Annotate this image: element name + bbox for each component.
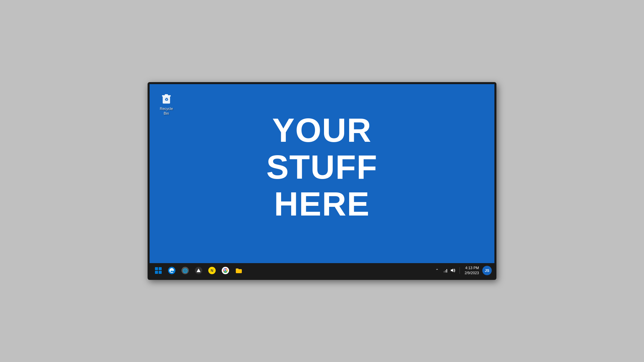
edge-icon: [168, 267, 175, 274]
svg-text:N: N: [211, 268, 213, 273]
svg-rect-18: [446, 269, 447, 273]
svg-rect-2: [165, 94, 168, 96]
screen: YOUR STUFF HERE ♻ Recycle Bin: [150, 84, 494, 278]
notification-badge: JS: [485, 268, 489, 273]
clock-area[interactable]: 4:13 PM 2/9/2023: [463, 265, 480, 276]
taskbar-norton-icon[interactable]: N: [206, 264, 218, 277]
wallpaper-line-3: HERE: [266, 185, 378, 222]
recycle-bin-label: Recycle Bin: [157, 106, 176, 116]
taskbar-edge-icon[interactable]: [166, 264, 178, 277]
svg-marker-19: [451, 268, 453, 272]
taskbar-uparrow-icon[interactable]: [193, 264, 205, 277]
wallpaper-line-1: YOUR: [266, 112, 378, 148]
svg-rect-15: [236, 268, 238, 270]
wallpaper-text: YOUR STUFF HERE: [266, 112, 378, 222]
tray-separator: [460, 267, 460, 274]
volume-icon: [450, 268, 455, 273]
monitor: YOUR STUFF HERE ♻ Recycle Bin: [148, 82, 496, 280]
taskbar-chrome-icon[interactable]: [219, 264, 231, 277]
clock-date: 2/9/2023: [465, 270, 479, 276]
svg-text:🌐: 🌐: [182, 268, 188, 274]
tray-icons: [442, 267, 456, 274]
start-button[interactable]: [152, 264, 164, 277]
svg-text:♻: ♻: [165, 97, 168, 102]
taskbar-fileexplorer-icon[interactable]: [233, 264, 245, 277]
taskbar-left: 🌐 N: [152, 264, 245, 277]
windows-logo-icon: [155, 267, 162, 274]
network-icon: [443, 268, 448, 273]
wallpaper-line-2: STUFF: [266, 148, 378, 185]
uparrow-icon: [195, 267, 202, 274]
tray-network-icon[interactable]: [442, 267, 449, 274]
taskbar-copilot-icon[interactable]: 🌐: [179, 264, 191, 277]
notification-button[interactable]: JS: [482, 266, 492, 275]
show-hidden-icons-button[interactable]: ⌃: [434, 267, 440, 274]
svg-point-13: [225, 270, 226, 272]
folder-icon: [235, 267, 243, 274]
desktop: YOUR STUFF HERE ♻ Recycle Bin: [150, 84, 494, 263]
chrome-icon: [222, 267, 229, 274]
taskbar-right: ⌃: [434, 265, 492, 276]
tray-volume-icon[interactable]: [449, 267, 456, 274]
svg-rect-16: [444, 271, 444, 273]
recycle-bin-icon[interactable]: ♻ Recycle Bin: [156, 90, 177, 117]
recycle-bin-svg: ♻: [160, 92, 173, 105]
clock-time: 4:13 PM: [465, 265, 479, 270]
taskbar: 🌐 N: [150, 263, 494, 278]
copilot-icon: 🌐: [181, 267, 189, 274]
norton-icon: N: [208, 267, 216, 274]
svg-rect-17: [445, 270, 446, 273]
